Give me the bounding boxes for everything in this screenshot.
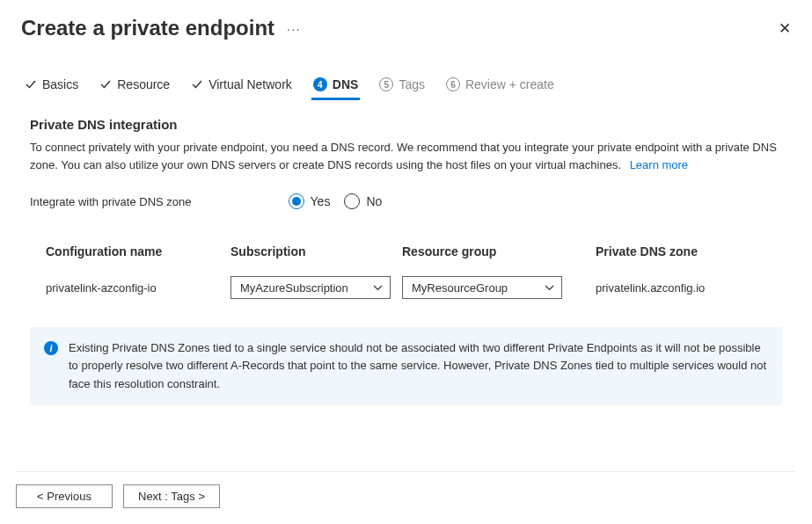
radio-icon <box>344 193 360 209</box>
table-row: privatelink-azconfig-io MyAzureSubscript… <box>30 267 782 308</box>
radio-yes[interactable]: Yes <box>289 193 331 209</box>
next-button[interactable]: Next : Tags > <box>123 484 220 508</box>
tab-resource[interactable]: Resource <box>98 72 172 100</box>
integrate-option-row: Integrate with private DNS zone Yes No <box>30 193 782 209</box>
section-title: Private DNS integration <box>30 117 782 132</box>
info-icon: i <box>44 341 58 355</box>
integrate-label: Integrate with private DNS zone <box>30 195 192 208</box>
page-header: Create a private endpoint ··· ✕ <box>21 16 791 40</box>
wizard-tabs: Basics Resource Virtual Network 4 DNS 5 … <box>21 72 791 101</box>
tab-review-create[interactable]: 6 Review + create <box>444 72 556 100</box>
subscription-value: MyAzureSubscription <box>240 281 348 295</box>
step-number-icon: 6 <box>446 77 460 91</box>
cell-dns-zone: privatelink.azconfig.io <box>596 281 766 295</box>
radio-icon <box>289 193 304 209</box>
tab-tags[interactable]: 5 Tags <box>377 72 427 100</box>
radio-yes-label: Yes <box>311 194 331 208</box>
tab-label: Review + create <box>465 77 554 91</box>
subscription-select[interactable]: MyAzureSubscription <box>230 276 391 299</box>
col-config: Configuration name <box>46 244 230 258</box>
cell-config-name: privatelink-azconfig-io <box>46 281 230 295</box>
learn-more-link[interactable]: Learn more <box>630 158 688 171</box>
radio-group: Yes No <box>289 193 383 209</box>
tab-virtual-network[interactable]: Virtual Network <box>189 72 294 100</box>
tab-label: Virtual Network <box>208 77 292 91</box>
resource-group-select[interactable]: MyResourceGroup <box>402 276 562 299</box>
info-banner: i Existing Private DNS Zones tied to a s… <box>30 327 782 404</box>
radio-no-label: No <box>366 194 382 208</box>
col-resource-group: Resource group <box>402 244 596 258</box>
dns-config-table: Configuration name Subscription Resource… <box>30 236 782 308</box>
tab-label: DNS <box>333 77 359 91</box>
tab-label: Basics <box>42 77 78 91</box>
tab-label: Tags <box>399 77 425 91</box>
tab-dns[interactable]: 4 DNS <box>311 72 361 100</box>
check-icon <box>191 78 203 91</box>
col-subscription: Subscription <box>230 244 402 258</box>
info-text: Existing Private DNS Zones tied to a sin… <box>69 339 768 392</box>
step-number-icon: 4 <box>313 77 327 91</box>
tab-content: Private DNS integration To connect priva… <box>21 117 791 405</box>
wizard-footer: < Previous Next : Tags > <box>16 471 796 508</box>
col-zone: Private DNS zone <box>596 244 766 258</box>
table-header: Configuration name Subscription Resource… <box>30 236 782 267</box>
tab-label: Resource <box>117 77 170 91</box>
tab-basics[interactable]: Basics <box>23 72 80 100</box>
section-description: To connect privately with your private e… <box>30 139 778 174</box>
page-title: Create a private endpoint <box>21 16 274 40</box>
previous-button[interactable]: < Previous <box>16 484 113 508</box>
radio-no[interactable]: No <box>344 193 382 209</box>
chevron-down-icon <box>373 283 383 293</box>
header-left: Create a private endpoint ··· <box>21 16 301 40</box>
chevron-down-icon <box>545 283 554 293</box>
close-icon[interactable]: ✕ <box>779 19 791 38</box>
step-number-icon: 5 <box>379 77 393 91</box>
resource-group-value: MyResourceGroup <box>412 281 508 295</box>
more-actions-icon[interactable]: ··· <box>287 22 301 35</box>
check-icon <box>25 78 37 91</box>
check-icon <box>99 78 112 91</box>
